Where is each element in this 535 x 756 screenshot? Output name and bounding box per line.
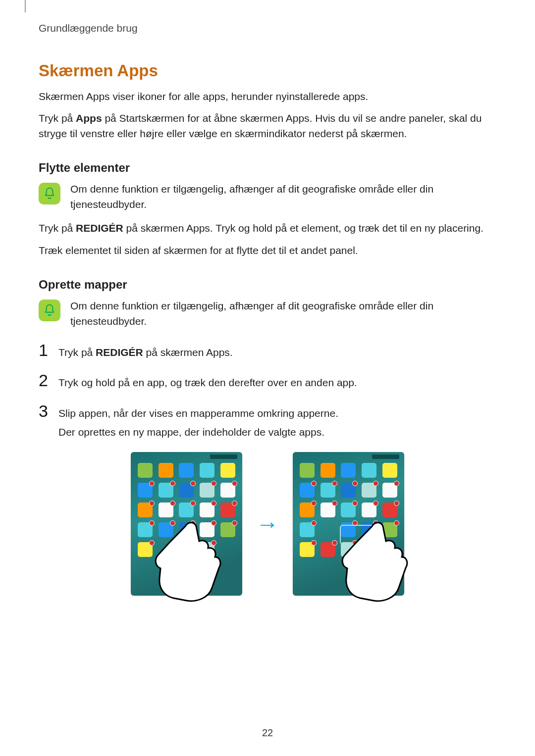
note-folders: Om denne funktion er tilgængelig, afhæng…: [39, 299, 496, 329]
chapter-label: Grundlæggende brug: [39, 22, 496, 34]
illustration-tablet-before: [131, 452, 242, 596]
note-icon: [39, 183, 60, 204]
subheading-folders: Oprette mapper: [39, 278, 496, 292]
move-text-2: Træk elementet til siden af skærmen for …: [39, 243, 494, 258]
step-3: 3 Slip appen, når der vises en mapperamm…: [39, 402, 496, 440]
page-title: Skærmen Apps: [39, 61, 496, 80]
step-number: 3: [39, 402, 52, 421]
folder-frame-outline: [340, 525, 378, 545]
move-text-1: Tryk på REDIGÉR på skærmen Apps. Tryk og…: [39, 221, 494, 236]
page-number: 22: [0, 727, 535, 739]
note-text: Om denne funktion er tilgængelig, afhæng…: [70, 182, 477, 212]
note-move: Om denne funktion er tilgængelig, afhæng…: [39, 182, 496, 212]
note-text: Om denne funktion er tilgængelig, afhæng…: [70, 299, 477, 329]
step-number: 1: [39, 341, 52, 360]
drag-arrow-icon: [178, 529, 196, 541]
intro-paragraph-1: Skærmen Apps viser ikoner for alle apps,…: [39, 89, 494, 104]
illustration-tablet-after: [293, 452, 404, 596]
step-1: 1 Tryk på REDIGÉR på skærmen Apps.: [39, 341, 496, 360]
note-icon: [39, 300, 60, 321]
subheading-move: Flytte elementer: [39, 161, 496, 175]
intro-paragraph-2: Tryk på Apps på Startskærmen for at åbne…: [39, 111, 494, 141]
step-2: 2 Tryk og hold på en app, og træk den de…: [39, 371, 496, 390]
step-number: 2: [39, 371, 52, 390]
arrow-right-icon: →: [256, 512, 279, 535]
